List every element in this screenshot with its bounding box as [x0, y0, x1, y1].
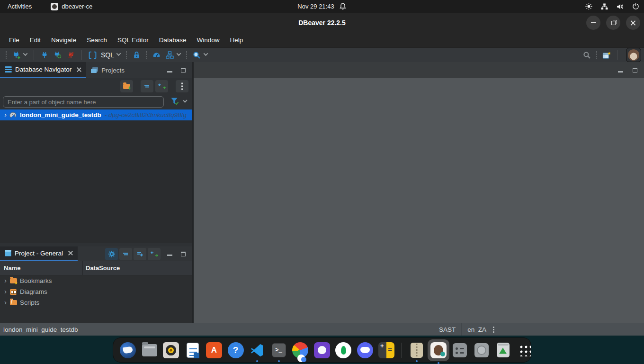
maximize-pane-icon[interactable]: [633, 68, 637, 73]
link-with-editor-button[interactable]: [155, 80, 168, 92]
tree-row-diagrams[interactable]: › Diagrams: [0, 286, 192, 297]
menu-navigate[interactable]: Navigate: [46, 32, 81, 47]
minimize-pane-icon[interactable]: [167, 255, 172, 256]
toolbar-drag-handle[interactable]: [186, 51, 188, 59]
window-minimize-button[interactable]: [586, 16, 600, 30]
dock-icon-vscode[interactable]: [249, 342, 265, 358]
menu-edit[interactable]: Edit: [25, 32, 46, 47]
toolbar-drag-handle[interactable]: [5, 51, 7, 59]
empty-editor-surface[interactable]: [194, 78, 644, 323]
new-folder-button[interactable]: +: [120, 80, 133, 92]
expand-chevron-icon[interactable]: ›: [4, 287, 7, 295]
dock-icon-chrome[interactable]: [292, 342, 308, 358]
connect-button[interactable]: [39, 49, 50, 61]
dock-icon-libreoffice-writer[interactable]: [185, 342, 201, 358]
dock-icon-calculator[interactable]: [378, 342, 394, 358]
maximize-pane-icon[interactable]: [181, 68, 186, 73]
dashboard-gauge-button[interactable]: [151, 49, 162, 61]
volume-icon[interactable]: [616, 3, 624, 10]
toolbar-drag-handle[interactable]: [145, 51, 147, 59]
close-tab-icon[interactable]: [68, 251, 73, 255]
editor-area: [194, 62, 644, 323]
configure-button[interactable]: [105, 248, 118, 260]
menu-search[interactable]: Search: [81, 32, 112, 47]
tree-row-scripts[interactable]: › Scripts: [0, 297, 192, 308]
menu-database[interactable]: Database: [154, 32, 192, 47]
dock-icon-ubuntu-software[interactable]: [206, 342, 222, 358]
bell-icon[interactable]: [339, 3, 347, 10]
dock-icon-app-grid[interactable]: [517, 342, 533, 358]
navigator-toolbar: +: [0, 78, 192, 94]
dock-icon-rhythmbox[interactable]: [163, 342, 179, 358]
activities-button[interactable]: Activities: [0, 3, 39, 10]
dock-icon-github-desktop[interactable]: [314, 342, 330, 358]
link-with-editor-button[interactable]: [148, 248, 161, 260]
dock-icon-trash[interactable]: [495, 342, 511, 358]
new-connection-chevron-icon[interactable]: [23, 51, 28, 56]
menu-file[interactable]: File: [4, 32, 25, 47]
sql-editor-label[interactable]: SQL: [101, 51, 114, 59]
disconnect-button[interactable]: [65, 49, 77, 61]
view-menu-button[interactable]: [176, 80, 188, 92]
quick-search-icon[interactable]: [581, 49, 592, 61]
dock-icon-help[interactable]: [228, 342, 244, 358]
toolbar-separator: [81, 50, 82, 60]
dock-icon-discord[interactable]: [357, 342, 373, 358]
dock-icon-archive-manager[interactable]: [409, 342, 425, 358]
menu-help[interactable]: Help: [224, 32, 248, 47]
network-icon[interactable]: [600, 3, 608, 10]
sql-editor-chevron-icon[interactable]: [116, 51, 121, 56]
er-diagram-chevron-icon[interactable]: [177, 51, 181, 56]
dock-icon-thunderbird[interactable]: [120, 342, 136, 358]
dock-icon-dbeaver[interactable]: [430, 342, 447, 358]
horizontal-splitter[interactable]: [0, 243, 192, 246]
dock-icon-dconf-editor[interactable]: [452, 342, 468, 358]
collapse-all-button[interactable]: [119, 248, 132, 260]
new-sql-editor-button[interactable]: [87, 49, 98, 61]
brightness-icon[interactable]: [585, 3, 592, 10]
reconnect-button[interactable]: [52, 49, 63, 61]
status-locale[interactable]: en_ZA: [462, 326, 492, 333]
search-chevron-icon[interactable]: [204, 51, 208, 56]
status-timezone[interactable]: SAST: [433, 326, 461, 333]
toolbar-drag-handle[interactable]: [125, 51, 127, 59]
power-icon[interactable]: [632, 3, 639, 10]
expand-chevron-icon[interactable]: ›: [4, 276, 7, 284]
window-maximize-button[interactable]: [606, 16, 620, 30]
close-tab-icon[interactable]: [77, 67, 81, 72]
tree-row-bookmarks[interactable]: › Bookmarks: [0, 275, 192, 286]
column-header-name[interactable]: Name: [0, 261, 83, 275]
object-filter-input[interactable]: [3, 96, 164, 108]
dock-icon-disks[interactable]: [474, 342, 490, 358]
user-profile-button[interactable]: [626, 48, 641, 62]
dock-icon-mongodb-compass[interactable]: [335, 342, 351, 358]
status-kebab-menu-icon[interactable]: [493, 327, 494, 333]
minimize-pane-icon[interactable]: [167, 71, 172, 73]
expand-chevron-icon[interactable]: ›: [4, 110, 7, 118]
new-window-button[interactable]: [601, 49, 612, 61]
tab-database-navigator[interactable]: Database Navigator: [0, 62, 86, 78]
tab-project-general[interactable]: Project - General: [0, 246, 78, 261]
maximize-pane-icon[interactable]: [181, 252, 186, 256]
dock-icon-files[interactable]: [142, 342, 158, 358]
tab-projects[interactable]: Projects: [86, 62, 129, 78]
new-connection-button[interactable]: [10, 49, 22, 61]
auto-commit-lock-button[interactable]: [131, 49, 142, 61]
expand-all-button[interactable]: [134, 248, 146, 260]
search-metadata-button[interactable]: [191, 49, 202, 61]
expand-chevron-icon[interactable]: ›: [4, 298, 7, 306]
toolbar-drag-handle[interactable]: [596, 51, 598, 59]
er-diagram-button[interactable]: [164, 49, 175, 61]
menu-sql-editor[interactable]: SQL Editor: [112, 32, 154, 47]
menu-window[interactable]: Window: [191, 32, 224, 47]
collapse-all-button[interactable]: [141, 80, 153, 92]
dock-icon-terminal[interactable]: [271, 342, 287, 358]
clock[interactable]: Nov 29 21:43: [297, 3, 334, 10]
filter-funnel-icon[interactable]: [170, 97, 179, 107]
tree-row-connection[interactable]: › london_mini_guide_testdb - dpg-ce2c8i8…: [0, 109, 192, 120]
column-header-datasource[interactable]: DataSource: [83, 264, 120, 272]
filter-chevron-icon[interactable]: [183, 98, 187, 102]
window-close-button[interactable]: [626, 16, 640, 30]
focused-app-indicator[interactable]: dbeaver-ce: [51, 3, 92, 10]
minimize-pane-icon[interactable]: [618, 71, 623, 73]
